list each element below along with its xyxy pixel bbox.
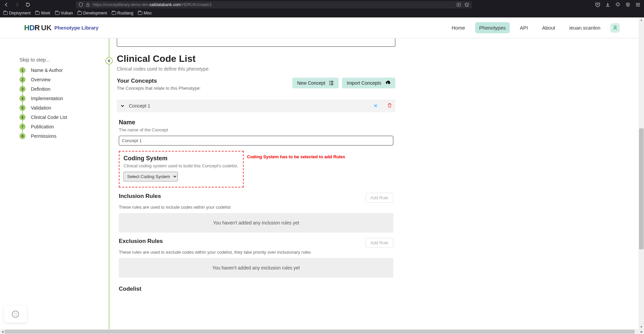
cloud-download-icon [385, 81, 391, 85]
svg-point-4 [14, 313, 15, 314]
add-exclusion-rule-button[interactable]: Add Rule [365, 238, 393, 248]
svg-point-3 [12, 311, 19, 318]
bookmark-star-icon[interactable] [464, 2, 469, 7]
step-name-author[interactable]: 1Name & Author [19, 67, 101, 73]
concept-name-input[interactable] [119, 136, 393, 145]
svg-rect-0 [87, 4, 89, 6]
section-desc: Clinical codes used to define this pheno… [117, 66, 395, 72]
svg-point-7 [16, 315, 17, 315]
inclusion-empty: You haven't added any inclusion rules ye… [119, 213, 393, 233]
scroll-right-icon[interactable]: ▶ [639, 330, 644, 333]
url-bar[interactable]: https://conceptlibrary.demo-dev.saildata… [76, 1, 472, 8]
hamburger-menu-icon[interactable] [635, 2, 641, 7]
horizontal-scrollbar[interactable]: ◀ ▶ [0, 329, 644, 334]
step-implementation[interactable]: 4Implementation [19, 95, 101, 101]
content-area: 6 Clinical Code List Clinical codes used… [101, 38, 644, 329]
new-concept-button[interactable]: New Concept [292, 78, 339, 88]
extensions-icon[interactable] [615, 2, 621, 7]
step-publication[interactable]: 7Publication [19, 124, 101, 130]
previous-field-edge[interactable] [117, 38, 395, 47]
import-concepts-button[interactable]: Import Concepts [342, 78, 395, 88]
your-concepts-desc: The Concepts that relate to this Phenoty… [117, 86, 201, 91]
scroll-up-icon[interactable]: ▲ [639, 17, 644, 22]
download-icon[interactable] [605, 2, 610, 7]
nav-home[interactable]: Home [448, 22, 469, 33]
coding-system-select[interactable]: Select Coding System [123, 172, 178, 181]
site-header: HDRUK Phenotype Library Home Phenotypes … [0, 17, 644, 38]
exclusion-empty: You haven't added any exclusion rules ye… [119, 258, 393, 278]
horizontal-scroll-thumb[interactable] [5, 330, 635, 334]
logo[interactable]: HDRUK Phenotype Library [24, 24, 99, 32]
coding-system-group: Coding System Clinical coding system use… [119, 151, 244, 187]
concept-delete-icon[interactable] [387, 103, 392, 109]
folder-icon [78, 11, 82, 15]
bookmark-development[interactable]: Development [78, 11, 107, 15]
bookmark-rustlang[interactable]: Rustlang [112, 11, 133, 15]
cookie-preferences-button[interactable] [4, 306, 27, 323]
scroll-down-icon[interactable]: ▼ [639, 325, 644, 329]
svg-point-6 [15, 315, 15, 316]
vertical-scroll-thumb[interactable] [639, 128, 644, 249]
top-nav: Home Phenotypes API About ieuan.scanlon [448, 22, 620, 33]
concept-bar-title: Concept 1 [129, 103, 150, 109]
shield-icon [79, 2, 83, 7]
concept-header-bar[interactable]: Concept 1 ✕ [117, 99, 395, 112]
nav-reload-icon[interactable] [25, 2, 31, 8]
folder-icon [3, 11, 8, 15]
step-marker-6: 6 [105, 57, 113, 65]
nav-about[interactable]: About [538, 22, 559, 33]
inclusion-title: Inclusion Rules [119, 193, 161, 200]
codelist-title: Codelist [119, 286, 393, 292]
user-avatar-icon[interactable] [610, 23, 620, 33]
step-permissions[interactable]: 8Permissions [19, 133, 101, 139]
url-text: https://conceptlibrary.demo-dev.saildata… [93, 2, 454, 7]
name-label: Name [119, 119, 393, 126]
step-definition[interactable]: 3Definition [19, 86, 101, 92]
name-desc: The name of the Concept [119, 127, 393, 132]
bookmark-vulkan[interactable]: Vulkan [55, 11, 73, 15]
exclusion-title: Exclusion Rules [119, 238, 163, 245]
inclusion-desc: These rules are used to include codes wi… [119, 205, 393, 210]
nav-user[interactable]: ieuan.scanlon [565, 22, 604, 33]
timeline-line [109, 38, 109, 329]
step-sidebar: Skip to step... 1Name & Author 2Overview… [0, 38, 101, 329]
bookmark-misc[interactable]: Misc [138, 11, 152, 15]
section-title: Clinical Code List [117, 53, 395, 64]
logo-subtitle: Phenotype Library [54, 25, 99, 31]
svg-point-5 [16, 313, 16, 314]
vertical-scrollbar[interactable]: ▲ ▼ [639, 17, 644, 329]
list-icon [329, 81, 334, 85]
step-clinical-code-list[interactable]: 6Clinical Code List [19, 114, 101, 120]
folder-icon [112, 11, 116, 15]
chevron-down-icon[interactable] [120, 103, 125, 108]
lock-icon [86, 2, 90, 7]
exclusion-desc: These rules are used to exclude codes wi… [119, 250, 393, 255]
concept-close-icon[interactable]: ✕ [374, 103, 378, 109]
step-validation[interactable]: 5Validation [19, 105, 101, 111]
sidebar-heading: Skip to step... [19, 57, 101, 62]
your-concepts-title: Your Concepts [117, 78, 201, 84]
coding-label: Coding System [123, 155, 239, 162]
browser-chrome: https://conceptlibrary.demo-dev.saildata… [0, 0, 644, 17]
bookmark-deployment[interactable]: Deployment [3, 11, 31, 15]
folder-icon [138, 11, 142, 15]
nav-back-icon[interactable] [3, 2, 9, 8]
privacy-shield-icon[interactable] [625, 2, 631, 7]
folder-icon [35, 11, 40, 15]
svg-point-2 [614, 26, 616, 28]
step-overview[interactable]: 2Overview [19, 77, 101, 83]
coding-desc: Clinical coding system used to build thi… [123, 163, 239, 168]
nav-api[interactable]: API [516, 22, 532, 33]
nav-forward-icon [14, 2, 20, 8]
coding-warning: Coding System has to be selected to add … [247, 154, 345, 159]
reader-icon[interactable] [456, 2, 461, 7]
nav-phenotypes[interactable]: Phenotypes [475, 22, 510, 33]
folder-icon [55, 11, 59, 15]
scroll-left-icon[interactable]: ◀ [0, 330, 5, 333]
bookmark-work[interactable]: Work [35, 11, 50, 15]
add-inclusion-rule-button[interactable]: Add Rule [365, 193, 393, 203]
pocket-icon[interactable] [595, 2, 600, 7]
